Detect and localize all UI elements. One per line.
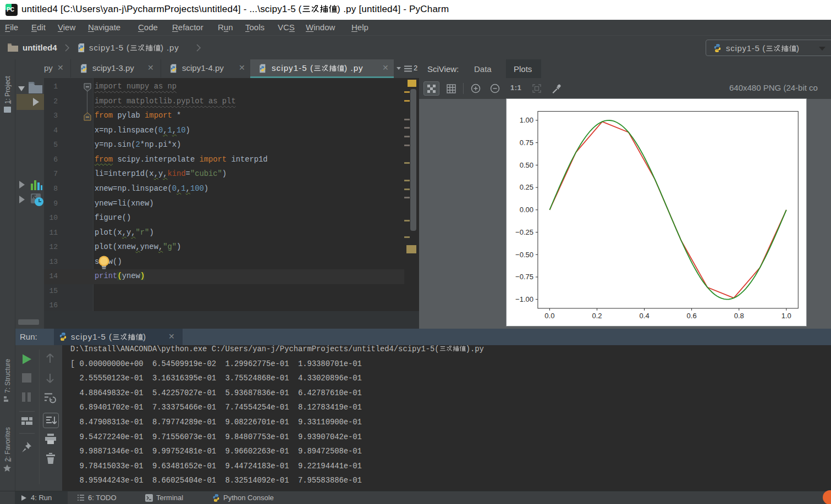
svg-text:0.8: 0.8 [734, 312, 744, 320]
svg-text:−0.75: −0.75 [515, 273, 533, 281]
svg-text:−1.00: −1.00 [515, 295, 533, 303]
svg-text:0.6: 0.6 [687, 312, 697, 320]
svg-text:0.4: 0.4 [640, 312, 650, 320]
svg-text:0.2: 0.2 [592, 312, 602, 320]
svg-text:−0.50: −0.50 [515, 251, 533, 259]
svg-text:−0.25: −0.25 [515, 228, 533, 236]
svg-text:0.00: 0.00 [520, 206, 533, 214]
svg-text:1.0: 1.0 [782, 312, 791, 320]
svg-text:0.25: 0.25 [520, 183, 533, 191]
svg-text:0.50: 0.50 [520, 161, 533, 169]
svg-text:1.00: 1.00 [520, 116, 533, 124]
svg-text:0.75: 0.75 [520, 139, 533, 147]
svg-text:0.0: 0.0 [544, 312, 554, 320]
